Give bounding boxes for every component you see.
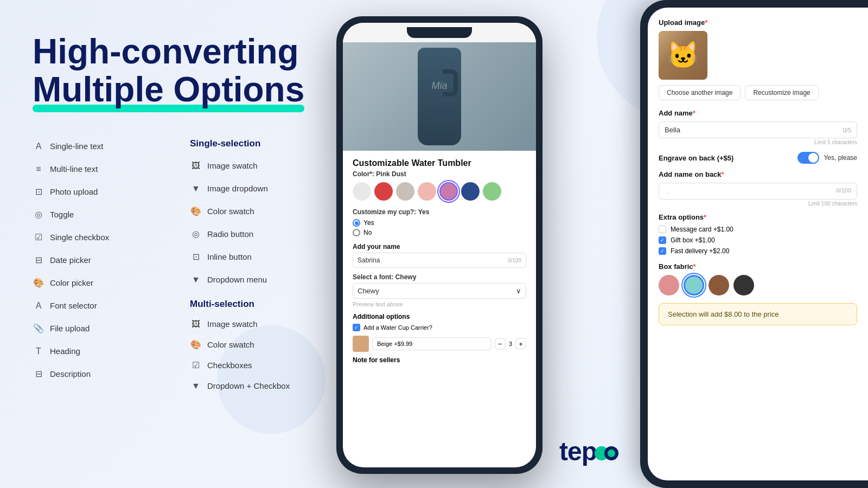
radio-yes[interactable]: Yes xyxy=(353,219,526,227)
color-label: Color*: Pink Dust xyxy=(353,170,526,178)
feature-file-upload: 📎 File upload xyxy=(33,318,190,339)
phone-screen: Mia Customizable Water Tumbler Color*: P… xyxy=(343,23,536,467)
swatch-gray[interactable] xyxy=(396,182,414,201)
file-upload-icon: 📎 xyxy=(33,323,44,335)
right-phone: Upload image* 🐱 Choose another image Rec… xyxy=(640,0,868,488)
engrave-label: Engrave on back (+$5) xyxy=(659,154,733,162)
multi-color-swatch: 🎨 Color swatch xyxy=(190,335,347,355)
tepo-text: tep xyxy=(559,437,597,466)
date-picker-icon: ⊟ xyxy=(33,254,44,266)
multi-checkboxes: ☑ Checkboxes xyxy=(190,355,347,376)
cat-face: 🐱 xyxy=(667,40,699,70)
note-label: Note for sellers xyxy=(353,356,526,364)
tumbler-text: Mia xyxy=(431,80,447,92)
toggle-row: Yes, please xyxy=(797,152,857,164)
font-selector-icon: A xyxy=(33,300,44,312)
radio-no[interactable]: No xyxy=(353,229,526,236)
tumbler-shape: Mia xyxy=(418,48,461,145)
add-name-label: Add name* xyxy=(659,109,857,117)
phone-body: Customizable Water Tumbler Color*: Pink … xyxy=(343,151,536,371)
inline-button-icon: ⊡ xyxy=(190,251,202,263)
single-image-dropdown: ▼ Image dropdown xyxy=(190,178,347,199)
single-image-swatch: 🖼 Image swatch xyxy=(190,156,347,176)
fast-delivery-checkbox[interactable] xyxy=(659,247,666,255)
radio-group: Yes No xyxy=(353,219,526,236)
hero-line2: Multiple Options xyxy=(33,70,304,108)
font-label: Select a font: Chewy xyxy=(353,273,526,281)
carrier-dropdown[interactable]: Beige +$9.99 xyxy=(372,337,492,350)
dropdown-checkbox-icon: ▼ xyxy=(190,380,202,392)
message-card-checkbox[interactable] xyxy=(659,226,666,233)
back-name-input[interactable]: ... 0/100 xyxy=(659,183,857,200)
feature-single-checkbox: ☑ Single checkbox xyxy=(33,227,190,248)
fabric-swatch-brown[interactable] xyxy=(709,275,729,296)
multi-selection-title: Multi-selection xyxy=(190,299,347,310)
cat-image: 🐱 xyxy=(659,31,707,80)
phone-notch-bar xyxy=(343,23,536,42)
radio-button-icon: ◎ xyxy=(190,228,202,240)
tepo-logo: tep xyxy=(559,436,618,466)
back-limit-text: Limit 100 characters xyxy=(659,201,857,207)
box-fabric-section: Box fabric* xyxy=(659,262,857,296)
back-name-section: Add name on back* ... 0/100 Limit 100 ch… xyxy=(659,170,857,207)
option-message-card[interactable]: Message card +$1.00 xyxy=(659,226,857,233)
upload-image-box: 🐱 xyxy=(659,31,707,80)
radio-no-circle xyxy=(353,229,360,236)
radio-yes-circle xyxy=(353,219,360,227)
preview-text: Preview text above xyxy=(353,301,526,307)
customize-label: Customize my cup?: Yes xyxy=(353,208,526,216)
fabric-swatch-rose[interactable] xyxy=(659,275,679,296)
image-swatch-icon-2: 🖼 xyxy=(190,318,202,330)
single-radio-button: ◎ Radio button xyxy=(190,224,347,245)
heading-icon: T xyxy=(33,345,44,357)
color-swatches[interactable] xyxy=(353,182,526,201)
water-carrier-row[interactable]: Add a Water Cup Carrier? xyxy=(353,324,526,331)
choose-another-button[interactable]: Choose another image xyxy=(659,85,741,100)
swatch-pink-dust[interactable] xyxy=(439,182,458,201)
back-name-label: Add name on back* xyxy=(659,170,857,178)
color-swatch-icon-1: 🎨 xyxy=(190,206,202,217)
swatch-red[interactable] xyxy=(374,182,393,201)
fabric-swatch-teal[interactable] xyxy=(684,275,704,296)
font-select[interactable]: Chewy ∨ xyxy=(353,283,526,299)
single-checkbox-icon: ☑ xyxy=(33,232,44,243)
photo-upload-icon: ⊡ xyxy=(33,186,44,198)
swatch-green[interactable] xyxy=(483,182,501,201)
water-carrier-checkbox[interactable] xyxy=(353,324,360,331)
option-fast-delivery[interactable]: Fast delivery +$2.00 xyxy=(659,247,857,255)
feature-single-line: A Single-line text xyxy=(33,136,190,157)
qty-plus[interactable]: + xyxy=(515,338,526,349)
extra-options-label: Extra options* xyxy=(659,213,857,221)
right-phone-screen: Upload image* 🐱 Choose another image Rec… xyxy=(648,8,868,480)
fabric-swatch-black[interactable] xyxy=(733,275,754,296)
swatch-navy[interactable] xyxy=(461,182,480,201)
feature-color-picker: 🎨 Color picker xyxy=(33,273,190,293)
toggle-icon: ◎ xyxy=(33,209,44,221)
engrave-toggle[interactable] xyxy=(797,152,819,164)
feature-toggle: ◎ Toggle xyxy=(33,204,190,225)
swatch-pink-light[interactable] xyxy=(418,182,436,201)
single-dropdown-menu: ▼ Dropdown menu xyxy=(190,269,347,290)
price-banner: Selection will add $8.00 to the price xyxy=(659,303,857,325)
qty-minus[interactable]: − xyxy=(495,338,506,349)
option-gift-box[interactable]: Gift box +$1.00 xyxy=(659,236,857,244)
swatch-white[interactable] xyxy=(353,182,371,201)
single-color-swatch: 🎨 Color swatch xyxy=(190,201,347,222)
left-section: High-converting Multiple Options A Singl… xyxy=(33,33,347,396)
name-input[interactable]: Sabrina 0/100 xyxy=(353,253,526,268)
name-limit-text: Limit 5 characters xyxy=(659,139,857,145)
gift-box-checkbox[interactable] xyxy=(659,236,666,244)
single-line-icon: A xyxy=(33,140,44,152)
toggle-text: Yes, please xyxy=(824,154,857,162)
selection-types-col: Single-selection 🖼 Image swatch ▼ Image … xyxy=(190,136,347,396)
image-swatch-icon-1: 🖼 xyxy=(190,160,202,172)
image-buttons: Choose another image Recustomize image xyxy=(659,85,857,100)
single-inline-button: ⊡ Inline button xyxy=(190,247,347,267)
color-picker-icon: 🎨 xyxy=(33,277,44,289)
tepo-circle2 xyxy=(604,446,618,460)
phone-notch xyxy=(407,27,472,38)
name-input-right[interactable]: Bella 0/5 xyxy=(659,121,857,138)
multi-dropdown-checkbox: ▼ Dropdown + Checkbox xyxy=(190,376,347,396)
recustomize-button[interactable]: Recustomize image xyxy=(745,85,818,100)
product-title: Customizable Water Tumbler xyxy=(353,158,526,168)
